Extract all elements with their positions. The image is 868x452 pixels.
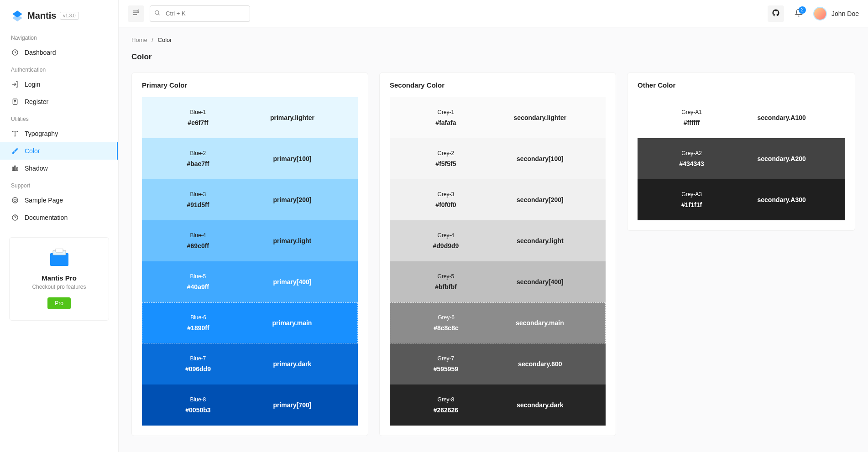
svg-line-22 (158, 14, 160, 15)
swatch-token: primary.main (241, 319, 344, 327)
sidebar-item-label: Dashboard (25, 49, 56, 56)
swatch-name: Grey-1 (403, 109, 488, 115)
swatch-name: Grey-5 (403, 273, 488, 280)
swatch-name: Grey-3 (403, 191, 488, 197)
pro-image (47, 249, 72, 267)
github-button[interactable] (768, 5, 784, 22)
card-title: Secondary Color (380, 73, 616, 97)
swatch-name: Blue-2 (156, 150, 241, 156)
swatch-token: primary[700] (241, 401, 344, 409)
swatch-hex: #262626 (403, 406, 488, 414)
sidebar-item-register[interactable]: Register (0, 93, 118, 110)
svg-rect-17 (56, 249, 63, 252)
sidebar-item-label: Shadow (25, 165, 48, 172)
swatch-hex: #bfbfbf (403, 283, 488, 291)
swatch-hex: #bae7ff (156, 160, 241, 167)
color-swatch[interactable]: Blue-3#91d5ffprimary[200] (142, 179, 358, 220)
swatch-token: primary.light (241, 237, 344, 244)
sidebar-item-shadow[interactable]: Shadow (0, 160, 118, 177)
swatch-token: secondary.A100 (732, 114, 831, 121)
swatch-hex: #0050b3 (156, 406, 241, 414)
secondary-color-card: Secondary ColorGrey-1#fafafasecondary.li… (379, 73, 616, 436)
swatch-token: secondary[400] (488, 278, 592, 286)
sample-icon (11, 196, 19, 204)
color-swatch[interactable]: Grey-6#8c8c8csecondary.main (390, 302, 606, 343)
pro-title: Mantis Pro (17, 274, 101, 282)
svg-point-11 (12, 197, 18, 203)
breadcrumb-separator: / (152, 36, 153, 43)
sidebar-item-label: Color (25, 147, 40, 155)
card-body: Grey-A1#ffffffsecondary.A100Grey-A2#4343… (627, 97, 855, 230)
svg-rect-10 (16, 168, 18, 171)
swatch-hex: #f5f5f5 (403, 160, 488, 167)
color-icon (11, 147, 19, 155)
swatch-name: Grey-7 (403, 355, 488, 362)
color-swatch[interactable]: Blue-8#0050b3primary[700] (142, 384, 358, 426)
swatch-name: Grey-A1 (651, 109, 732, 115)
typography-icon (11, 130, 19, 138)
breadcrumb: Home / Color (131, 36, 855, 43)
swatch-token: primary.dark (241, 360, 344, 368)
swatch-name: Grey-2 (403, 150, 488, 156)
color-swatch[interactable]: Blue-7#096dd9primary.dark (142, 343, 358, 384)
swatch-name: Blue-7 (156, 355, 241, 362)
color-swatch[interactable]: Grey-A2#434343secondary.A200 (638, 138, 845, 179)
pro-button[interactable]: Pro (47, 297, 71, 309)
search-input[interactable] (150, 5, 250, 22)
color-swatch[interactable]: Blue-5#40a9ffprimary[400] (142, 261, 358, 302)
color-swatch[interactable]: Grey-3#f0f0f0secondary[200] (390, 179, 606, 220)
swatch-hex: #ffffff (651, 119, 732, 126)
color-swatch[interactable]: Grey-5#bfbfbfsecondary[400] (390, 261, 606, 302)
swatch-name: Grey-A2 (651, 150, 732, 156)
swatch-name: Grey-6 (404, 314, 488, 321)
sidebar-item-dashboard[interactable]: Dashboard (0, 44, 118, 61)
card-body: Grey-1#fafafasecondary.lighterGrey-2#f5f… (380, 97, 616, 436)
sidebar-item-documentation[interactable]: Documentation (0, 209, 118, 226)
swatch-name: Blue-5 (156, 273, 241, 280)
color-swatch[interactable]: Grey-A3#1f1f1fsecondary.A300 (638, 179, 845, 220)
sidebar-item-typography[interactable]: Typography (0, 125, 118, 142)
user-menu[interactable]: John Doe (813, 7, 859, 21)
sidebar-item-label: Login (25, 81, 40, 88)
card-body: Blue-1#e6f7ffprimary.lighterBlue-2#bae7f… (132, 97, 368, 436)
swatch-hex: #69c0ff (156, 242, 241, 249)
dashboard-icon (11, 48, 19, 57)
sidebar-item-sample-page[interactable]: Sample Page (0, 192, 118, 209)
swatch-hex: #1f1f1f (651, 201, 732, 208)
notifications-button[interactable]: 2 (790, 5, 807, 22)
logo[interactable]: Mantis v1.3.0 (0, 7, 118, 29)
sidebar-item-color[interactable]: Color (0, 142, 118, 160)
menu-toggle-button[interactable] (128, 5, 144, 22)
content: Home / Color Color Primary ColorBlue-1#e… (119, 27, 868, 452)
swatch-hex: #f0f0f0 (403, 201, 488, 208)
swatch-hex: #d9d9d9 (403, 242, 488, 249)
color-swatch[interactable]: Blue-4#69c0ffprimary.light (142, 220, 358, 261)
color-swatch[interactable]: Blue-1#e6f7ffprimary.lighter (142, 97, 358, 138)
color-swatch[interactable]: Blue-6#1890ffprimary.main (142, 302, 358, 343)
color-swatch[interactable]: Grey-7#595959secondary.600 (390, 343, 606, 384)
other-color-card: Other ColorGrey-A1#ffffffsecondary.A100G… (627, 73, 855, 231)
color-swatch[interactable]: Grey-2#f5f5f5secondary[100] (390, 138, 606, 179)
swatch-name: Blue-3 (156, 191, 241, 197)
page-title: Color (131, 52, 855, 62)
sidebar: Mantis v1.3.0 NavigationDashboardAuthent… (0, 0, 119, 452)
swatch-name: Grey-A3 (651, 191, 732, 197)
color-swatch[interactable]: Grey-4#d9d9d9secondary.light (390, 220, 606, 261)
search-box (150, 5, 250, 22)
logo-icon (11, 9, 24, 22)
nav-group-title: Utilities (0, 110, 118, 125)
breadcrumb-home[interactable]: Home (131, 36, 147, 43)
register-icon (11, 98, 19, 106)
color-swatch[interactable]: Grey-A1#ffffffsecondary.A100 (638, 97, 845, 138)
pro-subtitle: Checkout pro features (17, 284, 101, 290)
version-chip: v1.3.0 (60, 12, 78, 20)
swatch-token: primary[400] (241, 278, 344, 286)
color-swatch[interactable]: Blue-2#bae7ffprimary[100] (142, 138, 358, 179)
color-swatch[interactable]: Grey-1#fafafasecondary.lighter (390, 97, 606, 138)
color-swatch[interactable]: Grey-8#262626secondary.dark (390, 384, 606, 426)
card-title: Other Color (627, 73, 855, 97)
swatch-hex: #40a9ff (156, 283, 241, 291)
nav-group-title: Authentication (0, 61, 118, 76)
swatch-hex: #e6f7ff (156, 119, 241, 126)
sidebar-item-login[interactable]: Login (0, 76, 118, 93)
